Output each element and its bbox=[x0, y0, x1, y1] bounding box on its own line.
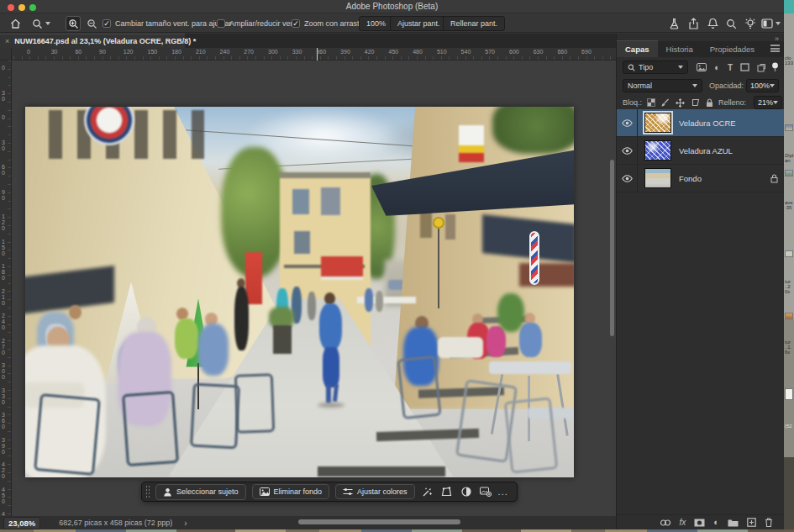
filter-type-layers-icon[interactable]: T bbox=[728, 63, 733, 72]
lock-position-move-icon[interactable] bbox=[676, 98, 685, 108]
ruler-label: 540 bbox=[461, 49, 471, 55]
ruler-label: 180 bbox=[2, 263, 8, 281]
layer-row-fondo[interactable]: Fondo bbox=[617, 165, 785, 192]
home-button[interactable] bbox=[10, 14, 21, 33]
workspace-switcher[interactable] bbox=[761, 14, 781, 33]
more-options-button[interactable]: ... bbox=[498, 487, 508, 497]
lock-artboard-icon[interactable] bbox=[691, 98, 700, 107]
status-chevron-icon[interactable]: › bbox=[184, 519, 187, 528]
checkbox-resize-window[interactable]: ✓ Cambiar tamaño vent. para ajustar bbox=[103, 14, 232, 33]
ruler-label: 240 bbox=[2, 313, 8, 330]
discover-lightbulb-icon[interactable] bbox=[744, 14, 756, 33]
fill-screen-button[interactable]: Rellenar pant. bbox=[443, 16, 505, 31]
adjustment-icon[interactable] bbox=[460, 485, 473, 498]
horizontal-ruler[interactable]: 0306090120150180210240270300330360390420… bbox=[12, 48, 616, 61]
zoom-100-button[interactable]: 100% bbox=[359, 16, 393, 31]
opacity-value: 100% bbox=[750, 82, 770, 90]
adjust-colors-button[interactable]: Ajustar colores bbox=[335, 484, 415, 499]
fit-screen-button[interactable]: Ajustar pant. bbox=[390, 16, 448, 31]
filter-shape-layers-icon[interactable] bbox=[740, 63, 749, 71]
magic-wand-icon[interactable] bbox=[421, 485, 434, 498]
layer-thumbnail[interactable] bbox=[644, 113, 671, 133]
filter-pixel-layers-icon[interactable] bbox=[697, 63, 707, 71]
chevron-down-icon bbox=[770, 84, 775, 87]
ruler-label: 420 bbox=[2, 461, 8, 479]
remove-background-button[interactable]: Eliminar fondo bbox=[252, 484, 330, 499]
opacity-field[interactable]: 100% bbox=[746, 79, 779, 92]
checkbox-zoom-windows[interactable]: Ampliar/reducir vent. bbox=[217, 14, 299, 33]
desktop-text-fragment: ave :35 bbox=[785, 200, 793, 210]
select-subject-button[interactable]: Seleccionar sujeto bbox=[155, 484, 246, 500]
zoom-in-tool[interactable] bbox=[66, 16, 81, 31]
close-tab-icon[interactable]: × bbox=[5, 37, 9, 45]
layer-style-fx-icon[interactable]: fx bbox=[680, 518, 686, 527]
visibility-eye-icon[interactable] bbox=[617, 165, 638, 192]
drag-handle[interactable] bbox=[145, 485, 150, 498]
layer-row-veladura-azul[interactable]: Veladura AZUL bbox=[617, 137, 785, 165]
fill-field[interactable]: 21% bbox=[754, 96, 782, 109]
chevron-down-icon bbox=[773, 101, 778, 104]
visibility-eye-icon[interactable] bbox=[617, 137, 638, 165]
layer-filter-dropdown[interactable]: Tipo bbox=[623, 61, 688, 74]
blend-mode-dropdown[interactable]: Normal bbox=[623, 79, 702, 92]
beta-feedback-button[interactable] bbox=[669, 14, 680, 33]
canvas-image[interactable] bbox=[25, 107, 574, 477]
desktop-edge-strip: clo 133 Dipl an ave :35 tur ..2 0x tur .… bbox=[784, 0, 794, 532]
new-adjustment-layer-icon[interactable]: ◐ bbox=[713, 518, 719, 527]
search-tool-dropdown[interactable] bbox=[32, 14, 50, 33]
search-icon[interactable] bbox=[726, 14, 737, 33]
tab-propiedades[interactable]: Propiedades bbox=[702, 41, 763, 57]
layer-thumbnail[interactable] bbox=[644, 140, 671, 161]
filter-adjustment-layers-icon[interactable]: ◐ bbox=[714, 63, 720, 72]
ruler-label: 0 bbox=[2, 65, 8, 71]
status-bar: 23,08% 682,67 picas x 458 picas (72 ppp)… bbox=[0, 516, 616, 529]
layer-name[interactable]: Fondo bbox=[679, 174, 770, 183]
panel-tabs: Capas Historia Propiedades bbox=[617, 41, 785, 57]
desktop-text-fragment: tur ..2 0x bbox=[785, 279, 791, 294]
vertical-scrollbar[interactable] bbox=[610, 160, 614, 336]
checkbox-scrubby-zoom[interactable]: ✓ Zoom con arrastre bbox=[292, 14, 366, 33]
tab-historia[interactable]: Historia bbox=[658, 41, 702, 57]
tab-capas[interactable]: Capas bbox=[617, 40, 658, 57]
button-label: Seleccionar sujeto bbox=[176, 487, 239, 496]
chevron-down-icon bbox=[776, 22, 781, 25]
ruler-label: 30 bbox=[2, 90, 8, 102]
chevron-down-icon bbox=[678, 66, 683, 69]
transform-icon[interactable] bbox=[440, 485, 454, 498]
notifications-bell-icon[interactable] bbox=[707, 14, 718, 33]
link-layers-icon[interactable] bbox=[660, 519, 671, 526]
ruler-label: 390 bbox=[2, 437, 8, 455]
share-button[interactable] bbox=[688, 14, 699, 33]
lock-all-icon[interactable] bbox=[706, 98, 713, 108]
filter-toggle-pin[interactable] bbox=[771, 62, 779, 72]
ruler-corner[interactable] bbox=[0, 48, 12, 61]
generate-image-icon[interactable] bbox=[479, 485, 492, 498]
lock-transparency-icon[interactable] bbox=[647, 98, 655, 107]
zoom-level-field[interactable]: 23,08% bbox=[3, 517, 40, 529]
opacity-label: Opacidad: bbox=[709, 82, 744, 90]
add-mask-icon[interactable] bbox=[694, 519, 705, 527]
layer-thumbnail[interactable] bbox=[644, 168, 671, 188]
title-bar: Adobe Photoshop (Beta) bbox=[0, 0, 784, 13]
visibility-eye-icon[interactable] bbox=[617, 109, 638, 137]
desktop-thumbnail bbox=[785, 170, 793, 176]
layer-row-veladura-ocre[interactable]: Veladura OCRE bbox=[617, 109, 785, 137]
lock-label: Bloq.: bbox=[623, 98, 642, 107]
layer-lock-icon bbox=[770, 174, 778, 183]
panel-menu-icon[interactable] bbox=[770, 45, 780, 52]
filter-smart-objects-icon[interactable] bbox=[757, 63, 766, 72]
checkbox-icon: ✓ bbox=[103, 19, 111, 28]
ruler-label: 240 bbox=[220, 49, 230, 55]
document-tab[interactable]: × NUW16647.psd al 23,1% (Veladura OCRE, … bbox=[0, 34, 185, 48]
new-layer-icon[interactable] bbox=[747, 518, 756, 527]
delete-layer-trash-icon[interactable] bbox=[765, 518, 773, 527]
vertical-ruler[interactable]: 0300306090120150180210240270300330360390… bbox=[0, 61, 12, 516]
new-group-folder-icon[interactable] bbox=[728, 519, 739, 527]
horizontal-scrollbar[interactable] bbox=[298, 519, 460, 524]
ruler-label: 180 bbox=[171, 49, 181, 55]
layer-name[interactable]: Veladura AZUL bbox=[679, 146, 785, 155]
ruler-label: 270 bbox=[2, 338, 8, 356]
lock-pixels-brush-icon[interactable] bbox=[661, 98, 670, 108]
zoom-out-tool[interactable] bbox=[84, 16, 99, 31]
layer-name[interactable]: Veladura OCRE bbox=[679, 119, 785, 128]
